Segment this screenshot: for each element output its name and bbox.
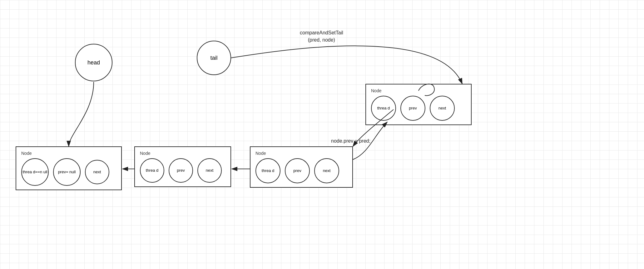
node3-circle-thread: threa d (255, 158, 280, 183)
node4-circles: threa d prev next (371, 96, 466, 121)
node1-circle-thread: threa d==n ull (21, 158, 49, 186)
head-label: head (87, 59, 100, 66)
tail-circle: tail (197, 41, 231, 75)
head-circle: head (75, 44, 112, 81)
node2-label: Node (140, 151, 225, 156)
tail-label: tail (210, 55, 217, 61)
annotation-top-text: compareAndSetTail (pred, node) (300, 30, 343, 42)
node2-circle-thread: threa d (140, 158, 164, 183)
head-to-node1-arrow (69, 82, 94, 146)
node1-circle-next: next (85, 160, 109, 184)
compare-and-set-tail-annotation: compareAndSetTail (pred, node) (300, 23, 343, 43)
node3-circle-next: next (314, 158, 339, 183)
node-prev-annotation: node.prev = pred; (331, 138, 370, 145)
node3-circle-prev: prev (285, 158, 310, 183)
node4-label: Node (371, 88, 466, 93)
node1-label: Node (21, 151, 116, 156)
node2-circle-prev: prev (169, 158, 193, 183)
node4-circle-prev: prev (400, 96, 425, 121)
tail-to-node4-arrow (231, 46, 462, 84)
annotation-bottom-text: node.prev = pred; (331, 138, 370, 144)
node4-circle-next: next (430, 96, 455, 121)
node-box-4: Node threa d prev next (365, 84, 472, 125)
node2-circle-next: next (197, 158, 222, 183)
node4-circle-thread: threa d (371, 96, 396, 121)
node2-circles: threa d prev next (140, 158, 225, 183)
node3-label: Node (255, 151, 347, 156)
node3-circles: threa d prev next (255, 158, 347, 183)
node-box-2: Node threa d prev next (134, 146, 231, 187)
node-box-1: Node threa d==n ull prev= null next (16, 146, 122, 190)
diagram-canvas: head tail compareAndSetTail (pred, node)… (0, 0, 644, 269)
node-box-3: Node threa d prev next (250, 146, 353, 188)
node1-circles: threa d==n ull prev= null next (21, 158, 116, 186)
node1-circle-prev: prev= null (53, 158, 81, 186)
